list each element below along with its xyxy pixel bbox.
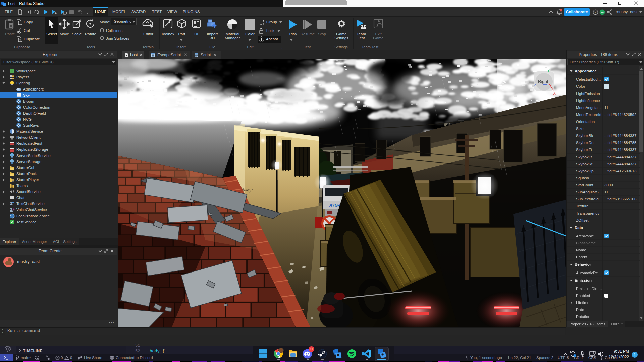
svg-text:?: ? [595, 10, 597, 14]
svg-text:Right: Right [538, 79, 548, 84]
svg-text:Y: Y [547, 68, 550, 72]
svg-text:Z: Z [534, 83, 536, 87]
svg-text:X: X [553, 91, 556, 96]
